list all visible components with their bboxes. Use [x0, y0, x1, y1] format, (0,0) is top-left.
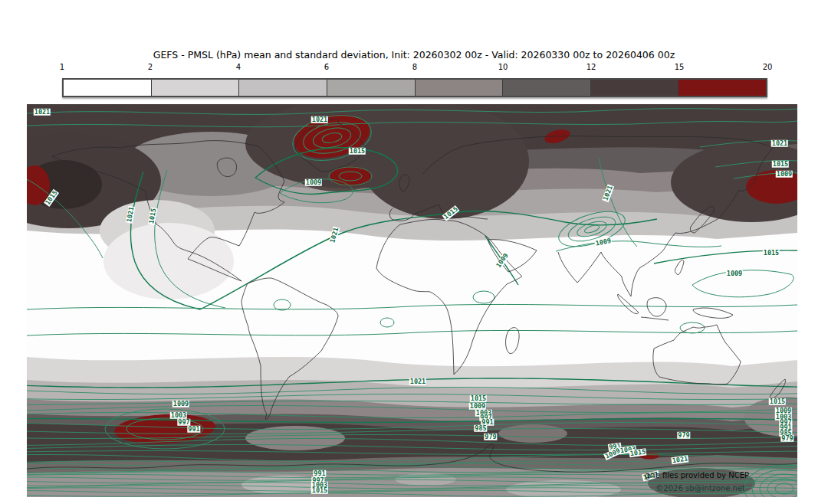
colorbar-segment — [327, 80, 415, 96]
colorbar-tick: 6 — [324, 63, 329, 71]
colorbar-tick: 8 — [412, 63, 417, 71]
colorbar-segment — [415, 80, 503, 96]
colorbar-tick: 10 — [498, 63, 508, 71]
page-root: GEFS - PMSL (hPa) mean and standard devi… — [0, 0, 828, 504]
colorbar-tick: 2 — [148, 63, 153, 71]
map-svg — [27, 104, 797, 497]
colorbar — [62, 78, 767, 97]
colorbar-tick-row: 1246810121520 — [62, 63, 767, 74]
colorbar-segment — [151, 80, 239, 96]
colorbar-tick: 4 — [236, 63, 241, 71]
colorbar-segment — [678, 80, 766, 96]
colorbar-segment — [590, 80, 678, 96]
weather-map: 1021102110151009101510211015101510211021… — [27, 104, 797, 497]
attribution-copyright: ©2026 sb@intzone.net — [656, 484, 745, 493]
colorbar-segment — [502, 80, 590, 96]
colorbar-segment — [64, 80, 151, 96]
colorbar-tick: 1 — [60, 63, 64, 71]
colorbar-tick: 12 — [586, 63, 596, 71]
colorbar-tick: 20 — [763, 63, 773, 71]
colorbar-tick: 15 — [675, 63, 685, 71]
attribution-ncep: grib files provided by NCEP — [645, 471, 749, 479]
figure-title: GEFS - PMSL (hPa) mean and standard devi… — [0, 49, 828, 61]
colorbar-segment — [238, 80, 327, 96]
